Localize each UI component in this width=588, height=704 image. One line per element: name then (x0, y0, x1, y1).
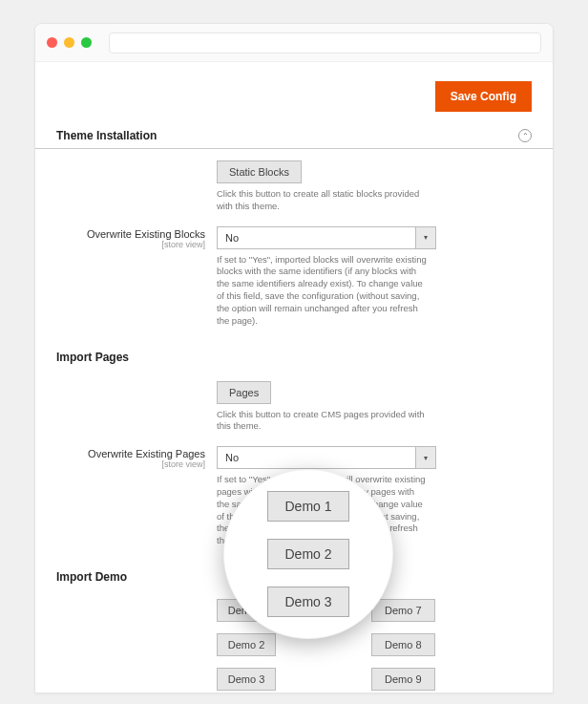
demo-button[interactable]: Demo 9 (371, 668, 435, 691)
select-value: No (217, 226, 415, 249)
overwrite-blocks-select[interactable]: No ▾ (217, 226, 436, 249)
chevron-down-icon: ▾ (415, 226, 436, 249)
browser-chrome (35, 24, 553, 62)
overwrite-pages-select[interactable]: No ▾ (217, 446, 436, 469)
scope-label: [store view] (56, 240, 205, 249)
chevron-up-icon[interactable]: ⌃ (518, 129, 532, 142)
save-config-button[interactable]: Save Config (435, 81, 532, 112)
traffic-lights (47, 37, 92, 48)
pages-button[interactable]: Pages (217, 381, 271, 404)
url-bar[interactable] (109, 32, 541, 53)
chevron-down-icon: ▾ (415, 446, 436, 469)
demo-button[interactable]: Demo 3 (217, 668, 276, 691)
demo-column-2: Demo 7Demo 8Demo 9Demo 10Demo 11Demo 12 (371, 599, 435, 693)
demo-button-zoom[interactable]: Demo 1 (267, 491, 349, 522)
section-title: Theme Installation (56, 129, 157, 142)
minimize-icon[interactable] (64, 37, 74, 48)
section-header-theme-installation[interactable]: Theme Installation ⌃ (35, 121, 553, 149)
static-blocks-hint: Click this button to create all static b… (217, 188, 427, 213)
maximize-icon[interactable] (81, 37, 92, 48)
magnifier-lens: Demo 1 Demo 2 Demo 3 (223, 469, 393, 639)
theme-installation-body: Static Blocks Click this button to creat… (35, 149, 553, 345)
demo-button-zoom[interactable]: Demo 3 (267, 587, 349, 617)
scope-label: [store view] (56, 459, 205, 469)
overwrite-blocks-hint: If set to "Yes", imported blocks will ov… (217, 254, 427, 328)
close-icon[interactable] (47, 37, 57, 48)
demo-button[interactable]: Demo 8 (371, 633, 435, 656)
top-bar: Save Config (35, 62, 553, 121)
pages-hint: Click this button to create CMS pages pr… (217, 409, 427, 434)
select-value: No (217, 446, 415, 469)
section-title-import-pages: Import Pages (35, 345, 553, 370)
overwrite-blocks-label: Overwrite Existing Blocks (56, 228, 205, 240)
overwrite-pages-label: Overwrite Existing Pages (56, 448, 205, 459)
demo-button-zoom[interactable]: Demo 2 (267, 539, 349, 569)
demo-button[interactable]: Demo 2 (217, 633, 276, 656)
demo-button[interactable]: Demo 7 (371, 599, 435, 622)
static-blocks-button[interactable]: Static Blocks (217, 160, 302, 183)
